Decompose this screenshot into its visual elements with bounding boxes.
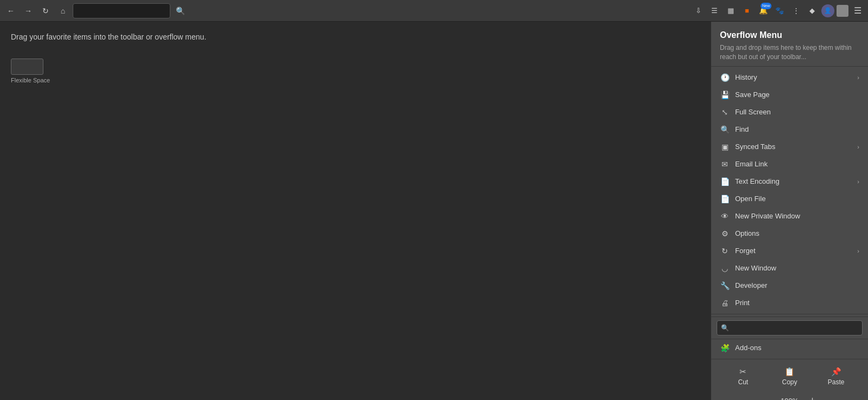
menu-item-save-page[interactable]: 💾 Save Page xyxy=(711,86,868,104)
cut-button[interactable]: ✂ Cut xyxy=(720,364,767,389)
new-window-icon: ◡ xyxy=(720,263,730,273)
open-file-icon: 📄 xyxy=(720,194,730,204)
addons-icon: 🧩 xyxy=(720,343,730,353)
overflow-panel: Overflow Menu Drag and drop items here t… xyxy=(711,22,868,400)
browser-toolbar: ← → ↻ ⌂ 🔍 ⇩ ☰ ▦ ■ 🔔 New 🐾 ⋮ ◆ 👤 ☰ xyxy=(0,0,868,22)
menu-item-text-encoding[interactable]: 📄 Text Encoding › xyxy=(711,173,868,190)
reload-button[interactable]: ↻ xyxy=(38,3,53,18)
menu-label-print: Print xyxy=(735,299,859,307)
text-encoding-arrow-icon: › xyxy=(857,178,859,185)
menu-label-developer: Developer xyxy=(735,281,859,289)
menu-search-wrapper: 🔍 xyxy=(717,320,863,336)
overflow-header: Overflow Menu Drag and drop items here t… xyxy=(711,22,868,67)
menu-item-synced-tabs[interactable]: ▣ Synced Tabs › xyxy=(711,138,868,156)
find-icon: 🔍 xyxy=(720,125,730,134)
notification-icon[interactable]: 🔔 New xyxy=(756,4,770,18)
options-icon: ⚙ xyxy=(720,229,730,238)
save-page-icon: 💾 xyxy=(720,90,730,100)
history-arrow-icon: › xyxy=(857,74,859,81)
home-button[interactable]: ⌂ xyxy=(55,3,71,18)
overflow-title: Overflow Menu xyxy=(720,30,859,40)
menu-label-new-private-window: New Private Window xyxy=(735,212,859,220)
paste-icon: 📌 xyxy=(831,367,841,377)
paste-label: Paste xyxy=(828,378,845,386)
overflow-menu-button[interactable]: ☰ xyxy=(851,4,865,18)
url-bar[interactable] xyxy=(73,3,170,18)
menu-label-synced-tabs: Synced Tabs xyxy=(735,143,852,151)
menu-item-find[interactable]: 🔍 Find xyxy=(711,121,868,138)
menu-item-new-private-window[interactable]: 👁 New Private Window xyxy=(711,208,868,225)
extension-icon[interactable]: ◆ xyxy=(805,4,819,18)
profile-icon[interactable] xyxy=(837,5,848,17)
library-icon[interactable]: ☰ xyxy=(707,4,722,18)
menu-item-addons[interactable]: 🧩 Add-ons xyxy=(711,339,868,357)
menu-item-open-file[interactable]: 📄 Open File xyxy=(711,190,868,208)
copy-button[interactable]: 📋 Copy xyxy=(767,364,813,389)
overflow-subtitle: Drag and drop items here to keep them wi… xyxy=(720,43,859,62)
email-link-icon: ✉ xyxy=(720,159,730,169)
overflow-menu-list: 🕐 History › 💾 Save Page ⤡ Full Screen 🔍 … xyxy=(711,67,868,400)
synced-tabs-arrow-icon: › xyxy=(857,144,859,150)
menu-item-history[interactable]: 🕐 History › xyxy=(711,69,868,86)
menu-search-container: 🔍 xyxy=(711,317,868,339)
menu-label-find: Find xyxy=(735,125,859,133)
menu-item-new-window[interactable]: ◡ New Window xyxy=(711,260,868,277)
menu-divider-1 xyxy=(711,314,868,314)
back-button[interactable]: ← xyxy=(3,3,18,18)
download-icon[interactable]: ⇩ xyxy=(691,4,705,18)
edit-row: ✂ Cut 📋 Copy 📌 Paste xyxy=(711,362,868,391)
text-encoding-icon: 📄 xyxy=(720,177,730,186)
print-icon: 🖨 xyxy=(720,298,730,308)
history-icon: 🕐 xyxy=(720,73,730,82)
zoom-in-button[interactable]: + xyxy=(805,393,820,400)
forget-arrow-icon: › xyxy=(857,248,859,254)
flexible-space-item[interactable]: Flexible Space xyxy=(11,59,50,83)
menu-label-open-file: Open File xyxy=(735,195,859,203)
copy-label: Copy xyxy=(782,378,797,386)
paste-button[interactable]: 📌 Paste xyxy=(813,364,859,389)
main-content-area: Drag your favorite items into the toolba… xyxy=(0,22,868,400)
sidebar-icon[interactable]: ▦ xyxy=(724,4,738,18)
menu-label-addons: Add-ons xyxy=(735,344,859,352)
zoom-out-button[interactable]: — xyxy=(760,393,775,400)
menu-label-save-page: Save Page xyxy=(735,91,859,99)
menu-label-history: History xyxy=(735,73,852,81)
zoom-value: 100% xyxy=(779,397,801,400)
full-screen-icon: ⤡ xyxy=(720,107,730,117)
grid-icon[interactable]: ⋮ xyxy=(789,4,803,18)
search-button[interactable]: 🔍 xyxy=(173,3,188,18)
menu-label-new-window: New Window xyxy=(735,264,859,272)
forward-button[interactable]: → xyxy=(21,3,36,18)
menu-item-developer[interactable]: 🔧 Developer xyxy=(711,277,868,294)
menu-item-print[interactable]: 🖨 Print xyxy=(711,294,868,312)
menu-divider-2 xyxy=(711,359,868,359)
copy-icon: 📋 xyxy=(784,367,795,377)
cut-label: Cut xyxy=(738,378,748,386)
menu-item-options[interactable]: ⚙ Options xyxy=(711,225,868,242)
menu-label-forget: Forget xyxy=(735,247,852,255)
menu-label-full-screen: Full Screen xyxy=(735,108,859,116)
flexible-space-box xyxy=(11,59,43,75)
menu-label-text-encoding: Text Encoding xyxy=(735,177,852,185)
menu-item-email-link[interactable]: ✉ Email Link xyxy=(711,156,868,173)
cut-icon: ✂ xyxy=(739,367,746,377)
forget-icon: ↻ xyxy=(720,246,730,256)
sync-icon[interactable]: 🐾 xyxy=(773,4,787,18)
menu-item-forget[interactable]: ↻ Forget › xyxy=(711,242,868,260)
menu-label-email-link: Email Link xyxy=(735,160,859,168)
flexible-space-label: Flexible Space xyxy=(11,77,50,83)
avatar-icon[interactable]: 👤 xyxy=(821,4,834,17)
menu-search-input[interactable] xyxy=(717,320,863,336)
menu-label-options: Options xyxy=(735,229,859,237)
developer-icon: 🔧 xyxy=(720,281,730,291)
pocket-icon[interactable]: ■ xyxy=(740,4,754,18)
zoom-row: — 100% + xyxy=(711,391,868,400)
menu-item-full-screen[interactable]: ⤡ Full Screen xyxy=(711,104,868,121)
private-window-icon: 👁 xyxy=(720,211,730,221)
synced-tabs-icon: ▣ xyxy=(720,142,730,152)
